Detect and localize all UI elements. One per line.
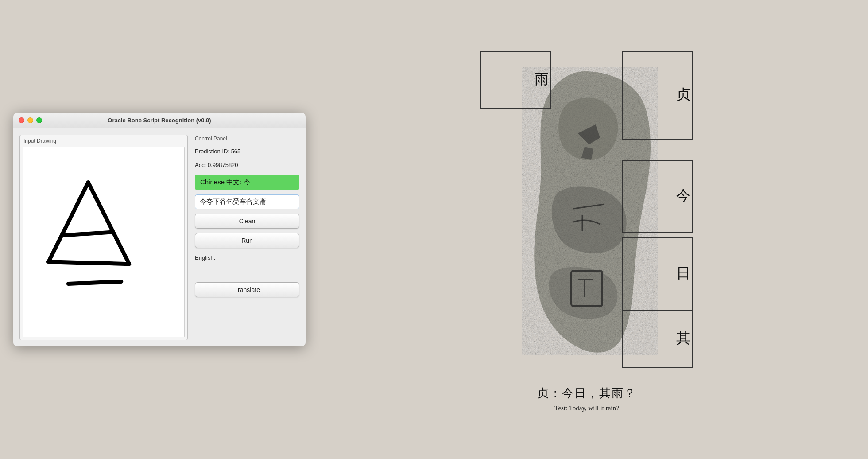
- close-button[interactable]: [19, 117, 24, 123]
- run-button[interactable]: Run: [195, 233, 299, 248]
- svg-line-3: [64, 232, 111, 235]
- english-output: [195, 265, 299, 278]
- char-zhen: 贞: [676, 85, 692, 106]
- clean-button[interactable]: Clean: [195, 214, 299, 229]
- char-box-ri: 日: [622, 237, 693, 311]
- title-bar: Oracle Bone Script Recognition (v0.9): [13, 113, 306, 128]
- english-label: English:: [195, 254, 299, 261]
- app-window: Oracle Bone Script Recognition (v0.9) In…: [13, 113, 306, 346]
- char-box-zhen: 贞: [622, 51, 693, 140]
- window-content: Input Drawing Control Pan: [13, 128, 306, 346]
- oracle-caption: 贞：今日，其雨？ Test: Today, will it rain?: [537, 385, 636, 412]
- window-title: Oracle Bone Script Recognition (v0.9): [108, 117, 211, 124]
- svg-line-2: [49, 262, 129, 264]
- char-ri: 日: [676, 264, 692, 285]
- char-yu: 雨: [535, 70, 550, 91]
- char-box-jin: 今: [622, 160, 693, 233]
- char-box-yu: 雨: [480, 51, 551, 109]
- input-panel: Input Drawing: [19, 135, 188, 340]
- svg-line-1: [88, 183, 129, 264]
- maximize-button[interactable]: [36, 117, 42, 123]
- char-box-qi: 其: [622, 311, 693, 368]
- char-jin: 今: [676, 186, 692, 207]
- minimize-button[interactable]: [27, 117, 33, 123]
- translate-button[interactable]: Translate: [195, 282, 299, 297]
- control-panel: Control Panel Prediction ID: 565 Acc: 0.…: [195, 135, 299, 340]
- traffic-lights: [19, 117, 42, 123]
- control-panel-label: Control Panel: [195, 136, 299, 142]
- oracle-container: 雨 贞 今 日 其: [472, 47, 702, 375]
- oracle-section: 雨 贞 今 日 其 贞：今日，其雨？ Test: Today, will it …: [306, 47, 868, 412]
- oracle-chinese-caption: 贞：今日，其雨？: [537, 385, 636, 401]
- input-panel-label: Input Drawing: [23, 138, 185, 144]
- drawing-canvas[interactable]: [23, 147, 185, 337]
- candidates-input[interactable]: [195, 194, 299, 209]
- char-qi: 其: [676, 329, 692, 350]
- svg-line-4: [68, 282, 121, 284]
- drawing-svg: [23, 147, 184, 337]
- chinese-result-box: Chinese 中文: 今: [195, 175, 299, 190]
- prediction-id: Prediction ID: 565: [195, 147, 299, 156]
- svg-line-0: [49, 183, 89, 262]
- oracle-english-caption: Test: Today, will it rain?: [537, 405, 636, 412]
- acc-value: Acc: 0.99875820: [195, 161, 299, 170]
